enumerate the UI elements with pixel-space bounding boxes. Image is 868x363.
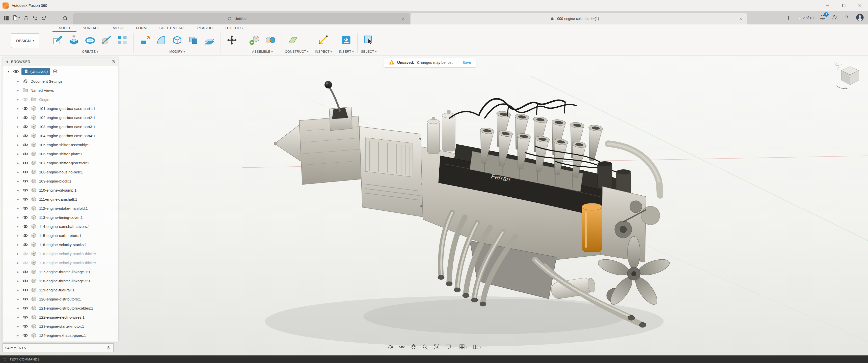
expand-arrow-icon[interactable]: ▸ [16,116,20,120]
browser-item[interactable]: ▸101-engine-gearbox-case-part1:1 [2,104,118,113]
visibility-eye-icon[interactable] [22,251,29,257]
expand-arrow-icon[interactable]: ▸ [16,216,20,219]
ribbon-group-label[interactable]: CONSTRUCT▾ [285,50,309,55]
rectangular-pattern-button[interactable] [114,33,130,47]
new-component-button[interactable] [246,33,262,47]
activate-radio-icon[interactable] [53,69,58,74]
visibility-eye-icon[interactable] [22,196,29,202]
browser-item-label[interactable]: 106-engine-shifter-plate:1 [39,152,82,156]
redo-button[interactable] [40,13,49,23]
viewport[interactable]: Ferrari [0,56,868,356]
measure-button[interactable] [315,33,331,47]
browser-item[interactable]: ▸108-engine-housing-bell:1 [2,167,118,176]
ribbon-tab-surface[interactable]: SURFACE [76,25,106,32]
browser-item-label[interactable]: 115-engine-carburetors:1 [39,233,81,238]
expand-arrow-icon[interactable]: ▸ [16,206,20,210]
view-cube[interactable] [834,60,867,92]
browser-item-label[interactable]: 107-engine-shifter-gearstick:1 [39,161,89,165]
browser-item-label[interactable]: 116-engine-velocity-stacks:1 [39,242,87,247]
expand-arrow-icon[interactable]: ▸ [16,261,20,265]
expand-arrow-icon[interactable]: ▸ [16,316,20,319]
expand-arrow-icon[interactable]: ▸ [16,306,20,310]
visibility-eye-icon[interactable] [22,287,29,293]
browser-item-label[interactable]: 117-engine-throttle-linkage-1:1 [39,270,90,274]
browser-item[interactable]: ▸122-engine-electric-wires:1 [2,312,118,322]
browser-item-label[interactable]: 111-engine-camshaft:1 [39,197,77,201]
visibility-eye-icon[interactable] [22,105,29,112]
data-panel-button[interactable] [1,13,10,23]
expand-arrow-icon[interactable]: ▸ [16,161,20,165]
close-tab-icon[interactable] [739,16,743,21]
visibility-eye-icon[interactable] [22,278,29,284]
visibility-eye-icon[interactable] [22,269,29,275]
browser-item-label[interactable]: 114-engine-camshaft-covers:1 [39,224,90,229]
notifications-button[interactable]: 1 [819,14,826,22]
expand-arrow-icon[interactable]: ▸ [16,270,20,274]
browser-item-label[interactable]: 124-engine-exhaust-pipes:1 [39,333,86,337]
expand-arrow-icon[interactable]: ▸ [16,107,20,110]
text-commands-label[interactable]: TEXT COMMANDS [9,358,40,361]
pan-button[interactable] [409,343,418,351]
expand-arrow-icon[interactable]: ▸ [16,225,20,228]
visibility-eye-icon[interactable] [22,260,29,266]
home-button[interactable] [61,13,69,23]
visibility-eye-icon[interactable] [22,160,29,166]
browser-item[interactable]: ▸116-engine-velocity-stacks-thicker... [2,258,118,267]
browser-item-label[interactable]: 119-engine-fuel-rail:1 [39,288,75,292]
expand-arrow-icon[interactable]: ▸ [16,179,20,183]
expand-arrow-icon[interactable]: ▸ [16,79,20,83]
expand-arrow-icon[interactable]: ▸ [16,288,20,292]
browser-item[interactable]: ▸103-engine-gearbox-case-part3:1 [2,122,118,131]
browser-item[interactable]: ▸105-engine-shifter-assembly:1 [2,140,118,149]
browser-item-label[interactable]: 112-engine-intake-manifold:1 [39,206,88,210]
browser-item-label[interactable]: 116-engine-velocity-stacks-thicker... [39,252,99,256]
expand-arrow-icon[interactable]: ▸ [16,197,20,201]
visibility-eye-icon[interactable] [22,114,29,121]
ribbon-group-label[interactable]: MODIFY▾ [137,50,217,55]
collaborate-button[interactable] [832,14,838,22]
visibility-eye-icon[interactable] [22,296,29,302]
browser-item[interactable]: ▸121-engine-distributors-cables:1 [2,303,118,312]
browser-item[interactable]: ▸Origin [2,95,118,104]
browser-item[interactable]: ▸113-engine-timing-cover:1 [2,213,118,222]
expand-arrow-icon[interactable]: ▸ [16,152,20,156]
browser-item[interactable]: ▸106-engine-shifter-plate:1 [2,149,118,158]
select-button[interactable] [361,33,377,47]
design-menu-button[interactable]: DESIGN ▾ [11,33,39,48]
browser-item-label[interactable]: 102-engine-gearbox-case-part2:1 [39,116,95,120]
visibility-eye-icon[interactable] [22,314,29,320]
root-document-chip[interactable]: (Unsaved) [22,68,50,75]
browser-item-label[interactable]: Origin [39,97,49,102]
ribbon-group-label[interactable]: ASSEMBLE▾ [246,50,279,55]
browser-item[interactable]: ▸119-engine-fuel-rail:1 [2,285,118,294]
document-tab-engine[interactable]: 000-engine-colombo-4l*(1) [410,13,747,25]
browser-item[interactable]: ▸Named Views [2,86,118,95]
zoom-button[interactable] [421,343,430,351]
orbit-button[interactable] [385,343,395,351]
ribbon-tab-solid[interactable]: SOLID [53,25,76,32]
ribbon-tab-utilities[interactable]: UTILITIES [219,25,249,32]
ribbon-group-label[interactable]: INSPECT▾ [315,50,332,55]
expand-arrow-icon[interactable]: ▸ [16,143,20,147]
browser-item[interactable]: ▸Document Settings [2,77,118,86]
browser-item[interactable]: ▸116-engine-velocity-stacks-thicker... [2,249,118,258]
expand-arrow-icon[interactable]: ▸ [16,252,20,256]
browser-item[interactable]: ▸123-engine-starter-motor:1 [2,322,118,331]
display-settings-button[interactable]: ▾ [443,343,455,351]
grid-settings-button[interactable]: ▾ [457,343,469,351]
minimize-button[interactable] [819,0,836,11]
fillet-button[interactable] [153,33,169,47]
expand-arrow-icon[interactable]: ▸ [16,125,20,129]
help-button[interactable] [844,14,850,22]
expand-arrow-icon[interactable]: ▸ [16,333,20,337]
ribbon-group-label[interactable]: SELECT▾ [361,50,377,55]
browser-root-row[interactable]: ▾ (Unsaved) [2,67,118,76]
revolve-button[interactable] [82,33,98,47]
press-pull-button[interactable] [137,33,153,47]
browser-item[interactable]: ▸116-engine-velocity-stacks:1 [2,240,118,249]
new-tab-button[interactable] [784,13,793,23]
visibility-eye-icon[interactable] [22,223,29,230]
browser-item[interactable]: ▸104-engine-gearbox-case-part4:1 [2,131,118,140]
expand-arrow-icon[interactable]: ▸ [16,98,20,101]
close-window-button[interactable] [852,0,868,11]
